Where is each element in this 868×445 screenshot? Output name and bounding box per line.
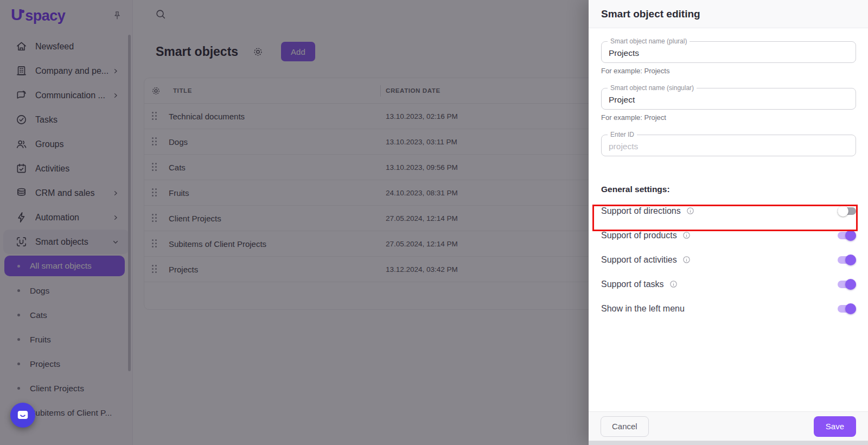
text-field: Smart object name (singular): [601, 88, 856, 110]
drawer-footer: Cancel Save: [589, 411, 868, 441]
toggle-switch[interactable]: [838, 303, 856, 314]
field-helper-text: For example: Project: [601, 113, 856, 122]
text-field: Enter ID: [601, 135, 856, 156]
setting-row-show-in-the-left-menu: Show in the left menu: [601, 296, 856, 321]
drawer-body: Smart object name (plural) For example: …: [589, 41, 868, 321]
text-input[interactable]: [602, 135, 856, 156]
save-button[interactable]: Save: [814, 416, 856, 437]
drawer-title: Smart object editing: [601, 8, 700, 20]
toggle-switch[interactable]: [838, 279, 856, 290]
field-helper-text: For example: Projects: [601, 67, 856, 75]
chat-launcher-button[interactable]: [10, 403, 35, 428]
app-window: U spacy Newsfeed Company and pe... Commu…: [0, 0, 868, 445]
setting-row-support-of-products: Support of products: [601, 223, 856, 247]
info-icon[interactable]: [686, 206, 695, 215]
toggles-list: Support of directions Support of product…: [601, 199, 856, 321]
toggle-switch[interactable]: [838, 206, 856, 217]
info-icon[interactable]: [682, 231, 691, 240]
info-icon[interactable]: [682, 255, 691, 264]
setting-row-support-of-activities: Support of activities: [601, 247, 856, 272]
setting-row-support-of-directions: Support of directions: [601, 199, 856, 223]
drawer-header: Smart object editing: [589, 0, 868, 28]
drawer-bottom-strip: [589, 441, 868, 445]
smart-object-editing-drawer: Smart object editing Smart object name (…: [589, 0, 868, 445]
general-settings-heading: General settings:: [601, 185, 856, 195]
toggle-switch[interactable]: [838, 255, 856, 265]
text-field: Smart object name (plural): [601, 41, 856, 63]
toggle-switch[interactable]: [838, 230, 856, 241]
setting-row-support-of-tasks: Support of tasks: [601, 272, 856, 296]
info-icon[interactable]: [669, 279, 678, 289]
chat-bubble-icon: [16, 408, 30, 422]
cancel-button[interactable]: Cancel: [601, 416, 649, 437]
